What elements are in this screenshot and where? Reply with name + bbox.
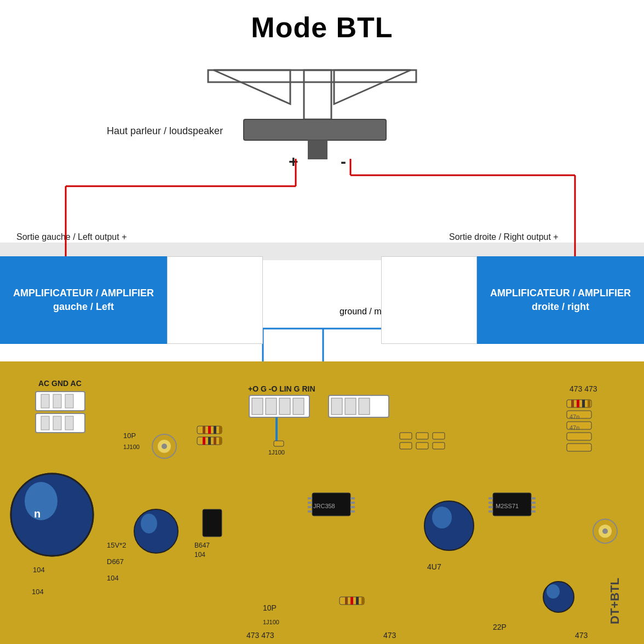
plus-label: + [289,152,298,170]
svg-rect-133 [433,433,445,439]
svg-rect-3 [304,70,331,119]
svg-text:1J100: 1J100 [268,449,285,456]
pcb-board: AC GND AC n 104 104 [0,361,644,644]
svg-point-39 [25,482,58,520]
svg-rect-4 [244,119,386,140]
svg-rect-100 [571,400,574,407]
amp-left-block: AMPLIFICATEUR / AMPLIFIER gauche / Left [0,256,167,344]
svg-point-97 [432,507,452,528]
svg-rect-84 [350,510,355,513]
svg-rect-102 [582,400,585,407]
amp-left-line1: AMPLIFICATEUR / AMPLIFIER [13,286,154,300]
svg-rect-130 [361,597,364,605]
svg-rect-31 [41,394,49,408]
svg-rect-81 [350,497,355,499]
svg-text:B647: B647 [194,542,210,549]
svg-rect-34 [41,416,49,430]
svg-point-43 [134,509,178,553]
svg-rect-131 [400,433,412,439]
svg-text:+O   G   -O  LIN   G   RIN: +O G -O LIN G RIN [248,384,315,393]
svg-rect-129 [356,597,359,605]
svg-rect-54 [219,426,222,434]
svg-rect-66 [266,398,277,415]
svg-marker-2 [334,70,411,104]
svg-rect-67 [279,398,290,415]
svg-text:10P: 10P [263,603,277,612]
svg-text:104: 104 [107,574,119,582]
svg-text:JRC358: JRC358 [313,503,335,509]
svg-text:10P: 10P [123,432,136,440]
right-output-label: Sortie droite / Right output + [449,232,559,242]
svg-text:47n: 47n [570,413,579,420]
svg-rect-78 [308,502,312,504]
svg-text:473  473: 473 473 [570,384,597,393]
svg-point-96 [424,501,474,550]
svg-rect-128 [350,597,353,605]
svg-text:4U7: 4U7 [427,562,441,571]
svg-rect-71 [331,398,342,415]
svg-text:D667: D667 [107,557,124,566]
svg-rect-134 [400,442,412,449]
svg-rect-82 [350,502,355,504]
svg-rect-36 [65,416,73,430]
diagram-area: Haut parleur / loudspeaker + - Sortie ga… [0,33,644,389]
svg-rect-88 [488,502,493,504]
svg-text:104: 104 [32,588,44,596]
input-box-left [167,256,263,344]
svg-rect-107 [567,444,591,451]
svg-text:DT+BTL: DT+BTL [608,578,622,624]
svg-text:M2SS71: M2SS71 [496,503,519,509]
svg-rect-79 [308,506,312,508]
left-output-label: Sortie gauche / Left output + [16,232,127,242]
svg-point-125 [547,584,560,599]
svg-point-124 [543,582,574,612]
svg-rect-32 [53,394,61,408]
svg-rect-91 [531,497,536,499]
amp-left-line2: gauche / Left [53,300,114,314]
amp-right-block: AMPLIFICATEUR / AMPLIFIER droite / right [477,256,644,344]
svg-rect-68 [293,398,304,415]
svg-rect-135 [416,442,428,449]
svg-rect-127 [345,597,348,605]
svg-text:47n: 47n [570,424,579,431]
svg-text:1J100: 1J100 [123,444,140,450]
svg-rect-101 [577,400,579,407]
svg-rect-5 [308,140,327,159]
svg-text:473   473: 473 473 [246,631,274,640]
svg-text:1J100: 1J100 [263,619,279,625]
svg-text:104: 104 [194,551,205,559]
svg-rect-52 [208,426,211,434]
svg-rect-72 [345,398,356,415]
svg-rect-0 [208,70,416,82]
loudspeaker-label: Haut parleur / loudspeaker [107,125,223,136]
svg-rect-73 [359,398,370,415]
svg-text:n: n [34,508,41,520]
svg-text:473: 473 [383,631,396,640]
svg-rect-56 [203,437,205,445]
svg-rect-106 [567,433,591,440]
svg-rect-132 [416,433,428,439]
amp-right-line2: droite / right [532,300,589,314]
svg-rect-94 [531,510,536,513]
minus-label: - [341,152,346,170]
input-box-right [381,256,477,344]
svg-rect-83 [350,506,355,508]
svg-rect-74 [274,441,284,446]
svg-rect-80 [308,510,312,513]
svg-rect-77 [308,497,312,499]
svg-text:AC  GND  AC: AC GND AC [38,379,82,388]
amp-right-line1: AMPLIFICATEUR / AMPLIFIER [490,286,631,300]
svg-text:473: 473 [575,631,588,640]
pcb-area: AC GND AC n 104 104 [0,361,644,644]
svg-rect-53 [214,426,216,434]
svg-text:104: 104 [33,566,45,574]
svg-marker-1 [214,70,290,104]
svg-rect-89 [488,506,493,508]
svg-rect-60 [203,509,222,537]
svg-rect-93 [531,506,536,508]
svg-rect-33 [65,394,73,408]
svg-rect-51 [203,426,205,434]
svg-point-47 [162,444,167,449]
svg-rect-103 [588,400,590,407]
svg-rect-90 [488,510,493,513]
